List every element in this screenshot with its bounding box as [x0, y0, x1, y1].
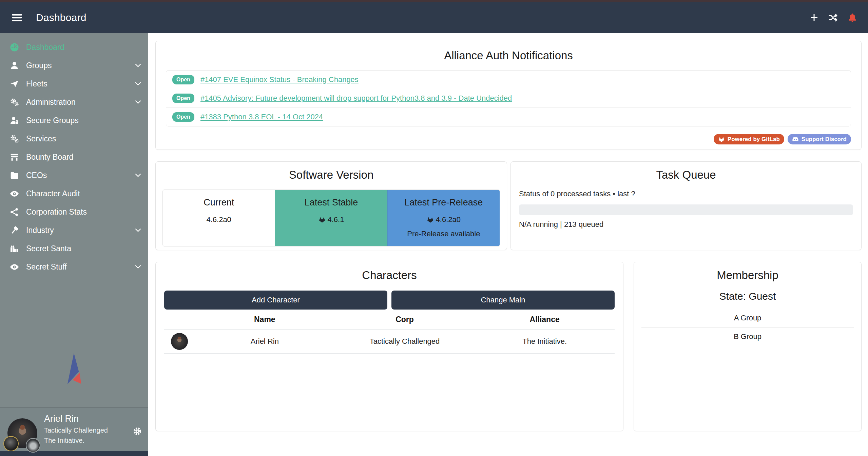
version-label: Latest Pre-Release: [388, 197, 500, 208]
chevron-down-icon: [134, 61, 142, 70]
software-version-panel: Software Version Current 4.6.2a0 Latest …: [155, 161, 507, 250]
sidebar-item-label: CEOs: [26, 171, 47, 180]
version-label: Current: [163, 197, 275, 208]
sidebar-item-corporation-stats[interactable]: Corporation Stats: [0, 203, 148, 221]
user-settings-gear-icon[interactable]: [133, 427, 142, 436]
sidebar-item-groups[interactable]: Groups: [0, 56, 148, 75]
status-badge: Open: [172, 75, 194, 84]
chevron-down-icon: [134, 171, 142, 179]
version-current-cell: Current 4.6.2a0: [163, 190, 275, 246]
alliance-column-header: Alliance: [475, 315, 615, 324]
membership-state: State: Guest: [641, 291, 854, 302]
support-discord-badge[interactable]: Support Discord: [788, 134, 851, 144]
gauge-icon: [8, 42, 20, 52]
notification-link[interactable]: #1405 Advisory: Future development will …: [200, 94, 512, 103]
sidebar-toggle-hamburger-icon[interactable]: [10, 12, 24, 23]
badge-label: Powered by GitLab: [728, 136, 780, 143]
notifications-title: Alliance Auth Notifications: [166, 49, 851, 62]
sidebar-bottom-strip: [0, 451, 148, 456]
version-note: Pre-Release available: [388, 230, 500, 238]
change-main-shuffle-icon[interactable]: [828, 13, 838, 23]
main-content: Alliance Auth Notifications Open #1407 E…: [148, 33, 868, 456]
sidebar-item-label: Groups: [26, 61, 52, 70]
alliance-auth-notifications-panel: Alliance Auth Notifications Open #1407 E…: [155, 41, 862, 150]
sidebar-item-label: Fleets: [26, 79, 47, 88]
shop-icon: [8, 152, 20, 162]
user-corp: Tactically Challenged: [44, 427, 108, 434]
chevron-down-icon: [134, 263, 142, 271]
add-character-button[interactable]: Add Character: [164, 291, 387, 310]
version-value: 4.6.1: [328, 215, 344, 224]
user-alliance: The Initiative.: [44, 437, 108, 444]
change-main-button[interactable]: Change Main: [391, 291, 615, 310]
page-title: Dashboard: [36, 12, 86, 23]
version-value: 4.6.2a0: [206, 215, 231, 224]
sidebar-item-fleets[interactable]: Fleets: [0, 75, 148, 93]
sidebar: Dashboard Groups Fleets Administration S…: [0, 33, 148, 456]
sidebar-item-administration[interactable]: Administration: [0, 93, 148, 111]
status-badge: Open: [172, 112, 194, 122]
folder-icon: [8, 170, 20, 180]
sidebar-item-secure-groups[interactable]: Secure Groups: [0, 111, 148, 130]
user-icon: [8, 60, 20, 71]
user-info: Ariel Rin Tactically Challenged The Init…: [44, 414, 108, 444]
gears-icon: [8, 134, 20, 144]
eye-icon: [8, 262, 20, 272]
notification-link[interactable]: #1383 Python 3.8 EOL - 14 Oct 2024: [200, 113, 323, 121]
group-row: A Group: [641, 309, 854, 328]
group-row: B Group: [641, 328, 854, 346]
characters-table-header: Name Corp Alliance: [164, 310, 615, 329]
user-avatar: [7, 418, 47, 452]
name-column-header: Name: [195, 315, 335, 324]
add-character-plus-icon[interactable]: [809, 13, 819, 23]
topbar: Dashboard: [0, 2, 868, 33]
notifications-list: Open #1407 EVE Equinox Status - Breaking…: [166, 70, 851, 126]
status-badge: Open: [172, 94, 194, 103]
sidebar-item-secret-stuff[interactable]: Secret Stuff: [0, 258, 148, 276]
chevron-down-icon: [134, 226, 142, 234]
sidebar-item-character-audit[interactable]: Character Audit: [0, 184, 148, 203]
eye-icon: [8, 189, 20, 199]
characters-panel: Characters Add Character Change Main Nam…: [155, 262, 623, 431]
sidebar-item-industry[interactable]: Industry: [0, 221, 148, 239]
character-corp-cell: Tactically Challenged: [335, 337, 475, 346]
task-queue-status: Status of 0 processed tasks • last ?: [519, 190, 853, 198]
sidebar-item-services[interactable]: Services: [0, 130, 148, 148]
notifications-footer: Powered by GitLab Support Discord: [166, 134, 851, 144]
share-icon: [8, 207, 20, 217]
user-lock-icon: [8, 115, 20, 125]
topbar-actions: [809, 12, 858, 23]
sidebar-item-label: Corporation Stats: [26, 207, 87, 217]
version-label: Latest Stable: [275, 197, 387, 208]
version-value: 4.6.2a0: [436, 215, 461, 224]
version-stable-cell: Latest Stable 4.6.1: [275, 190, 387, 246]
task-queue-panel: Task Queue Status of 0 processed tasks •…: [510, 161, 862, 250]
task-queue-progress-bar: [519, 204, 853, 215]
notification-row: Open #1383 Python 3.8 EOL - 14 Oct 2024: [166, 107, 851, 126]
notification-row: Open #1407 EVE Equinox Status - Breaking…: [166, 71, 851, 89]
sidebar-item-bounty-board[interactable]: Bounty Board: [0, 148, 148, 166]
sidebar-item-label: Dashboard: [26, 43, 64, 52]
sidebar-item-secret-santa[interactable]: Secret Santa: [0, 239, 148, 258]
alliance-auth-logo: [0, 348, 148, 388]
characters-title: Characters: [164, 269, 615, 282]
task-queue-title: Task Queue: [519, 168, 853, 181]
hammer-icon: [8, 225, 20, 235]
notifications-bell-icon[interactable]: [847, 12, 858, 23]
corp-column-header: Corp: [335, 315, 475, 324]
membership-panel: Membership State: Guest A Group B Group: [634, 262, 862, 431]
notification-row: Open #1405 Advisory: Future development …: [166, 89, 851, 107]
gitlab-icon: [718, 136, 725, 143]
gifts-icon: [8, 243, 20, 254]
user-panel[interactable]: Ariel Rin Tactically Challenged The Init…: [0, 407, 148, 451]
gears-icon: [8, 97, 20, 107]
sidebar-item-ceos[interactable]: CEOs: [0, 166, 148, 184]
character-table-row: Ariel Rin Tactically Challenged The Init…: [164, 329, 615, 354]
notification-link[interactable]: #1407 EVE Equinox Status - Breaking Chan…: [200, 75, 359, 84]
sidebar-item-label: Services: [26, 134, 56, 143]
character-name-cell: Ariel Rin: [195, 337, 335, 346]
powered-by-gitlab-badge[interactable]: Powered by GitLab: [714, 134, 784, 144]
user-name: Ariel Rin: [44, 414, 108, 424]
corp-logo-badge: [3, 436, 19, 451]
sidebar-item-dashboard[interactable]: Dashboard: [0, 38, 148, 56]
